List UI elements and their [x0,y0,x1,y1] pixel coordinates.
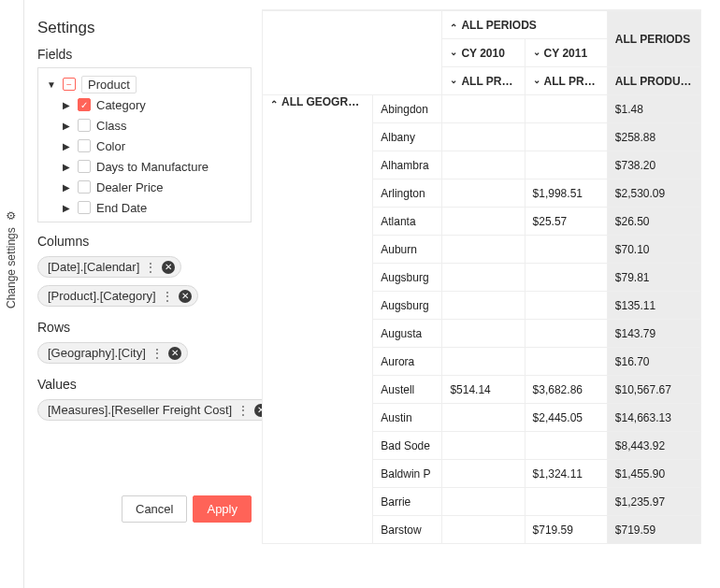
cell-cy2011: $25.57 [525,208,607,236]
row-header-city[interactable]: Augusta [373,320,442,348]
chip-label: [Measures].[Reseller Freight Cost] [48,403,232,417]
caret-down-icon [533,47,544,60]
tree-item-end-date[interactable]: End Date [42,197,247,218]
row-header-city[interactable]: Atlanta [373,208,442,236]
row-header-city[interactable]: Albany [373,123,442,151]
row-header-city[interactable]: Bad Sode [373,432,442,460]
row-header-city[interactable]: Arlington [373,179,442,208]
cell-cy2010 [442,123,525,151]
cell-cy2010 [442,179,525,208]
change-settings-tab[interactable]: Change settings ⚙ [5,210,18,308]
chip-label: [Geography].[City] [48,346,146,360]
col-header-cy2010[interactable]: CY 2010 [442,39,525,67]
col-header-all-periods[interactable]: ALL PERIODS [442,11,607,39]
caret-right-icon[interactable] [61,182,72,193]
col-header-total-periods: ALL PERIODS [607,11,700,67]
cell-cy2011: $3,682.86 [525,376,607,404]
cell-cy2011 [525,432,607,460]
caret-right-icon[interactable] [61,162,72,172]
row-header-city[interactable]: Abingdon [373,95,442,123]
close-icon[interactable]: ✕ [168,347,181,360]
checkbox-icon[interactable] [78,180,91,194]
row-header-city[interactable]: Barstow [373,516,442,544]
caret-up-icon [270,95,281,108]
kebab-icon[interactable]: ⋮ [145,261,156,274]
cell-total: $79.81 [607,264,700,292]
value-chip[interactable]: [Measures].[Reseller Freight Cost]⋮✕ [37,399,274,421]
pivot-grid: ALL PERIODS ALL PERIODS CY 2010 CY 2011 … [262,9,701,532]
settings-panel: Settings Fields − Product ✓CategoryClass… [24,9,261,533]
caret-right-icon[interactable] [61,100,72,110]
grid-corner [263,11,442,95]
cell-cy2011 [525,264,607,292]
values-section-label: Values [37,377,252,392]
cell-total: $135.11 [607,292,700,320]
cancel-button[interactable]: Cancel [122,495,187,523]
tree-item-label: End Date [96,201,147,215]
checkbox-icon[interactable] [78,139,91,152]
cell-total: $1,235.97 [607,488,700,516]
cell-cy2011: $719.59 [525,516,607,544]
row-header-city[interactable]: Augsburg [373,264,442,292]
row-header-city[interactable]: Auburn [373,236,442,264]
tree-root-label: Product [81,76,137,93]
tree-item-class[interactable]: Class [42,115,247,136]
row-chip[interactable]: [Geography].[City]⋮✕ [37,342,188,364]
col-header-cy2011[interactable]: CY 2011 [525,39,607,67]
row-header-city[interactable]: Barrie [373,488,442,516]
cell-cy2010 [442,516,525,544]
cell-cy2010 [442,320,525,348]
caret-right-icon[interactable] [61,121,72,131]
indeterminate-checkbox-icon[interactable]: − [63,78,76,91]
tree-item-days-to-manufacture[interactable]: Days to Manufacture [42,156,247,177]
col-header-all-products-1[interactable]: ALL PRO… [442,67,525,95]
kebab-icon[interactable]: ⋮ [151,347,163,360]
cell-cy2011 [525,348,607,376]
cell-cy2011 [525,488,607,516]
row-header-city[interactable]: Austin [373,404,442,432]
row-header-city[interactable]: Austell [373,376,442,404]
close-icon[interactable]: ✕ [162,261,175,274]
row-header-city[interactable]: Alhambra [373,151,442,179]
columns-section-label: Columns [37,234,252,249]
checkbox-icon[interactable]: ✓ [78,98,91,111]
cell-cy2011: $1,324.11 [525,460,607,488]
apply-button[interactable]: Apply [193,495,252,523]
checkbox-icon[interactable] [78,160,91,173]
caret-right-icon[interactable] [61,141,72,151]
cell-cy2010 [442,95,525,123]
col-header-total-products: ALL PRODU… [607,67,700,95]
tree-root-product[interactable]: − Product [42,74,247,94]
col-header-all-products-2[interactable]: ALL PRO… [525,67,607,95]
tree-item-dealer-price[interactable]: Dealer Price [42,177,247,197]
settings-tab-strip: Change settings ⚙ [2,0,24,588]
cell-cy2010 [442,151,525,179]
kebab-icon[interactable]: ⋮ [162,290,173,303]
checkbox-icon[interactable] [78,119,91,132]
chip-label: [Product].[Category] [48,289,156,303]
tree-item-label: Color [96,139,125,153]
kebab-icon[interactable]: ⋮ [238,404,249,417]
cell-total: $16.70 [607,348,700,376]
fields-section-label: Fields [37,47,252,62]
cell-total: $719.59 [607,516,700,544]
cell-cy2011: $2,445.05 [525,404,607,432]
cell-total: $143.79 [607,320,700,348]
row-header-city[interactable]: Aurora [373,348,442,376]
cell-total: $258.88 [607,123,700,151]
row-header-city[interactable]: Augsburg [373,292,442,320]
checkbox-icon[interactable] [78,201,91,214]
caret-down-icon [533,75,544,88]
close-icon[interactable]: ✕ [179,290,192,303]
caret-right-icon[interactable] [61,203,72,213]
rows-section-label: Rows [37,320,252,335]
row-header-all-geography[interactable]: ALL GEOGRA… [263,95,373,544]
column-chip[interactable]: [Product].[Category]⋮✕ [37,285,198,307]
tree-item-color[interactable]: Color [42,136,247,156]
cell-cy2011 [525,151,607,179]
tree-item-category[interactable]: ✓Category [42,94,247,115]
row-header-city[interactable]: Baldwin P [373,460,442,488]
column-chip[interactable]: [Date].[Calendar]⋮✕ [37,256,181,278]
caret-down-icon[interactable] [46,79,57,90]
cell-cy2010 [442,460,525,488]
